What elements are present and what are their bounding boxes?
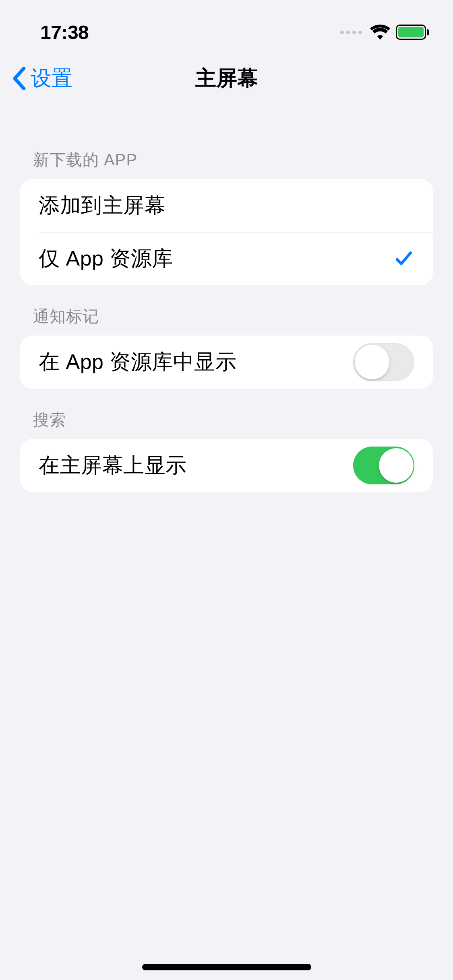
status-bar: 17:38: [0, 0, 453, 52]
row-label: 在主屏幕上显示: [39, 451, 187, 480]
option-label: 添加到主屏幕: [39, 191, 165, 220]
group-notification-badges: 在 App 资源库中显示: [20, 336, 433, 389]
back-button[interactable]: 设置: [12, 64, 72, 93]
option-label: 仅 App 资源库: [39, 245, 173, 273]
status-time: 17:38: [40, 21, 89, 43]
row-show-on-home-screen: 在主屏幕上显示: [20, 439, 433, 492]
option-add-to-home-screen[interactable]: 添加到主屏幕: [20, 179, 433, 232]
signal-dots-icon: [340, 31, 362, 34]
navigation-bar: 设置 主屏幕: [0, 52, 453, 105]
status-indicators: [340, 25, 429, 40]
page-title: 主屏幕: [195, 64, 258, 93]
battery-icon: [396, 25, 429, 40]
checkmark-icon: [393, 249, 414, 269]
option-app-library-only[interactable]: 仅 App 资源库: [20, 232, 433, 285]
row-show-in-app-library: 在 App 资源库中显示: [20, 336, 433, 389]
group-new-apps: 添加到主屏幕 仅 App 资源库: [20, 179, 433, 285]
home-indicator[interactable]: [142, 964, 311, 970]
back-label: 设置: [31, 64, 72, 93]
toggle-show-on-home-screen[interactable]: [353, 447, 414, 484]
row-label: 在 App 资源库中显示: [39, 348, 236, 376]
group-search: 在主屏幕上显示: [20, 439, 433, 492]
toggle-show-in-app-library[interactable]: [353, 343, 414, 381]
chevron-left-icon: [12, 67, 27, 90]
section-header-notification-badges: 通知标记: [20, 285, 433, 336]
section-header-search: 搜索: [20, 389, 433, 439]
section-header-new-apps: 新下载的 APP: [20, 105, 433, 179]
wifi-icon: [370, 25, 390, 40]
